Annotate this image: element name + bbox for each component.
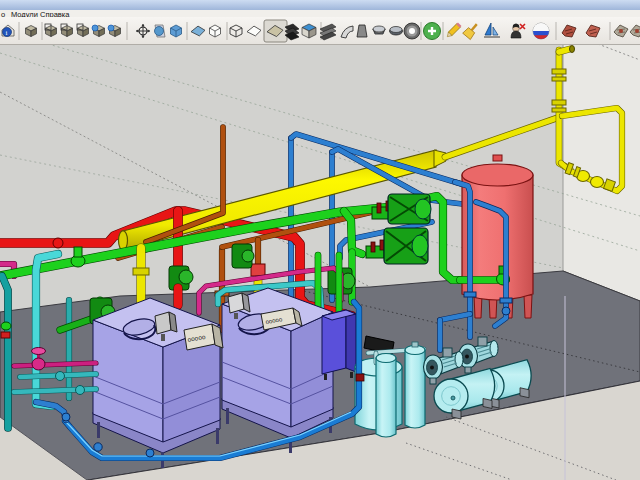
svg-text:i: i — [5, 29, 7, 37]
